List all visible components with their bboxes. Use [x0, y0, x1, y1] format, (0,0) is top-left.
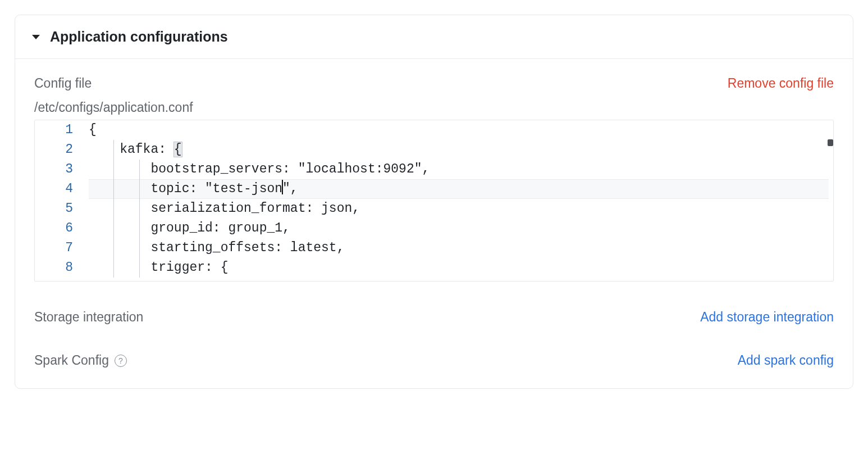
- panel-header[interactable]: Application configurations: [15, 15, 853, 59]
- code-line[interactable]: starting_offsets: latest,: [89, 238, 833, 258]
- remove-config-file-button[interactable]: Remove config file: [728, 76, 834, 91]
- code-line[interactable]: group_id: group_1,: [89, 219, 833, 238]
- editor-code-area[interactable]: { kafka: { bootstrap_servers: "localhost…: [89, 120, 833, 281]
- code-line[interactable]: topic: "test-json",: [89, 179, 833, 199]
- code-line[interactable]: trigger: {: [89, 258, 833, 278]
- config-file-path: /etc/configs/application.conf: [34, 100, 834, 115]
- application-configurations-panel: Application configurations Config file R…: [15, 15, 853, 389]
- config-file-label: Config file: [34, 76, 92, 91]
- code-line[interactable]: {: [89, 120, 833, 140]
- chevron-down-icon: [32, 35, 40, 39]
- storage-integration-label: Storage integration: [34, 310, 143, 325]
- help-icon[interactable]: ?: [115, 355, 127, 367]
- line-number: 6: [35, 219, 73, 238]
- spark-config-label: Spark Config: [34, 353, 109, 368]
- editor-gutter: 1 2 3 4 5 6 7 8: [35, 120, 89, 281]
- config-editor[interactable]: 1 2 3 4 5 6 7 8 { kafka: { bootstrap_ser…: [34, 120, 834, 282]
- add-storage-integration-button[interactable]: Add storage integration: [700, 310, 834, 325]
- line-number: 8: [35, 258, 73, 278]
- code-line[interactable]: bootstrap_servers: "localhost:9092",: [89, 160, 833, 179]
- line-number: 2: [35, 140, 73, 160]
- line-number: 1: [35, 120, 73, 140]
- panel-title: Application configurations: [50, 29, 228, 45]
- line-number: 3: [35, 160, 73, 179]
- scrollbar-thumb[interactable]: [828, 139, 833, 146]
- line-number: 7: [35, 238, 73, 258]
- add-spark-config-button[interactable]: Add spark config: [738, 353, 834, 368]
- text-caret: [282, 180, 283, 194]
- line-number: 5: [35, 199, 73, 219]
- line-number: 4: [35, 179, 73, 199]
- code-line[interactable]: serialization_format: json,: [89, 199, 833, 219]
- code-line[interactable]: kafka: {: [89, 140, 833, 160]
